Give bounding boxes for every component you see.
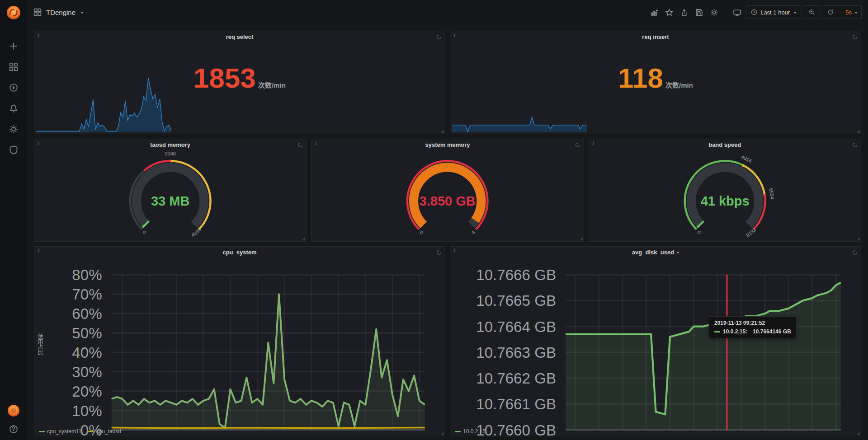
refresh-control: 5s ▾ xyxy=(823,5,862,19)
system-memory-gauge[interactable]: 043.850 GB xyxy=(311,150,583,241)
panel-band-speed: i band speed 491665540819241 kbps xyxy=(589,139,861,242)
panel-info-icon[interactable]: i xyxy=(38,32,39,38)
share-icon[interactable] xyxy=(678,6,690,19)
svg-text:50%: 50% xyxy=(72,325,102,342)
panel-header[interactable]: system memory xyxy=(311,139,583,150)
panel-header[interactable]: cpu_system xyxy=(34,247,445,257)
svg-text:0: 0 xyxy=(696,229,702,235)
user-avatar[interactable] xyxy=(7,404,20,417)
panel-loading-icon xyxy=(575,141,580,150)
chart-legend: 10.0.2.15 xyxy=(455,428,486,435)
tooltip-timestamp: 2019-11-13 09:21:52 xyxy=(714,320,791,326)
time-range-picker[interactable]: Last 1 hour ▾ xyxy=(746,5,801,19)
magnifier-minus-icon xyxy=(809,9,815,15)
svg-text:0: 0 xyxy=(142,229,147,235)
panel-title: system memory xyxy=(425,141,470,148)
svg-text:0: 0 xyxy=(419,229,425,235)
panel-header[interactable]: req insert xyxy=(450,31,861,42)
configuration-gear-icon[interactable] xyxy=(9,125,19,135)
svg-text:4: 4 xyxy=(471,229,476,235)
resize-handle[interactable] xyxy=(441,130,444,133)
band-speed-gauge[interactable]: 491665540819241 kbps xyxy=(589,150,861,241)
legend-item[interactable]: 10.0.2.15 xyxy=(455,428,486,435)
avg-disk-used-chart[interactable]: 08:5008:5509:0009:0509:1009:1509:2009:25… xyxy=(451,258,860,440)
req-select-sparkline[interactable] xyxy=(36,74,171,132)
tooltip-swatch xyxy=(714,331,720,332)
svg-text:70%: 70% xyxy=(72,286,102,303)
panel-info-icon[interactable]: i xyxy=(453,32,455,38)
panel-body: 043.850 GB xyxy=(311,150,583,241)
tooltip-value: 10.7664146 GB xyxy=(753,328,791,335)
stat-number: 1853 xyxy=(193,64,256,92)
help-icon[interactable]: ? xyxy=(9,425,19,435)
legend-label: 10.0.2.15 xyxy=(463,428,486,435)
grafana-logo-icon[interactable] xyxy=(5,5,22,21)
resize-handle[interactable] xyxy=(441,432,444,435)
refresh-icon xyxy=(827,9,834,15)
panel-taosd-memory: i taosd memory 20480409633 MB xyxy=(34,139,307,242)
panel-cpu-system: i cpu_system 使用占比 08:5008:5509:0009:0509… xyxy=(34,246,445,436)
legend-swatch xyxy=(39,431,45,432)
panel-header[interactable]: taosd memory xyxy=(34,139,306,150)
panel-header[interactable]: req select xyxy=(34,31,445,42)
cpu-system-chart[interactable]: 08:5008:5509:0009:0509:1009:1509:2009:25… xyxy=(35,258,444,440)
resize-handle[interactable] xyxy=(857,130,860,133)
svg-text:40%: 40% xyxy=(72,344,102,361)
explore-icon[interactable] xyxy=(9,83,19,93)
panel-loading-icon xyxy=(297,141,303,150)
side-menu: ? xyxy=(0,0,27,440)
save-icon[interactable] xyxy=(693,6,705,19)
zoom-out-button[interactable] xyxy=(804,5,820,19)
legend-label: cpu_taosd xyxy=(96,428,121,435)
server-admin-shield-icon[interactable] xyxy=(9,145,19,155)
panel-header[interactable]: avg_disk_used ▾ xyxy=(450,247,861,257)
svg-text:09:45: 09:45 xyxy=(817,438,855,440)
resize-handle[interactable] xyxy=(580,237,583,240)
panel-info-icon[interactable]: i xyxy=(592,140,594,146)
resize-handle[interactable] xyxy=(857,432,860,435)
panel-info-icon[interactable]: i xyxy=(38,140,39,146)
dashboards-icon[interactable] xyxy=(9,62,19,72)
star-icon[interactable] xyxy=(663,6,675,19)
y-axis-label: 使用占比 xyxy=(36,333,44,355)
tooltip-series-name: 10.0.2.15: xyxy=(723,328,747,335)
panel-body: 20480409633 MB xyxy=(34,150,306,241)
refresh-interval-label: 5s xyxy=(845,9,852,16)
panel-title: taosd memory xyxy=(150,141,190,148)
alerting-icon[interactable] xyxy=(9,104,19,114)
legend-item[interactable]: cpu_taosd xyxy=(88,428,121,435)
legend-item[interactable]: cpu_system11 xyxy=(39,428,81,435)
panel-info-icon[interactable]: i xyxy=(453,248,455,253)
req-insert-sparkline[interactable] xyxy=(452,74,587,132)
panel-body: 491665540819241 kbps xyxy=(589,150,861,241)
panel-body: 1853 次数/min xyxy=(34,42,445,134)
taosd-memory-gauge[interactable]: 20480409633 MB xyxy=(34,150,306,241)
chevron-down-icon: ▾ xyxy=(855,10,857,15)
tooltip-series-row: 10.0.2.15: 10.7664146 GB xyxy=(714,328,791,335)
dashboard-settings-gear-icon[interactable] xyxy=(708,6,720,19)
main-area: TDengine ▾ xyxy=(27,0,868,440)
add-panel-button[interactable] xyxy=(648,6,660,19)
svg-text:10.7663 GB: 10.7663 GB xyxy=(476,344,556,361)
panel-info-icon[interactable]: i xyxy=(315,140,316,146)
stat-number: 118 xyxy=(618,64,663,92)
panel-loading-icon xyxy=(436,249,442,257)
clock-icon xyxy=(751,9,757,15)
panel-avg-disk-used: i avg_disk_used ▾ 08:5008:5509:0009:0509… xyxy=(450,246,861,436)
panel-title: cpu_system xyxy=(222,249,256,256)
panel-title: band speed xyxy=(708,141,741,148)
refresh-button[interactable] xyxy=(823,6,838,19)
dashboard-title: TDengine xyxy=(46,9,75,16)
create-icon[interactable] xyxy=(9,42,19,51)
dashboard-title-menu[interactable]: TDengine ▾ xyxy=(33,8,83,16)
panel-body: 118 次数/min xyxy=(450,42,861,134)
refresh-interval-dropdown[interactable]: 5s ▾ xyxy=(841,6,861,19)
app-root: ? TDengine ▾ xyxy=(0,0,868,440)
panel-header[interactable]: band speed xyxy=(589,139,861,150)
svg-text:41 kbps: 41 kbps xyxy=(700,194,749,208)
cycle-view-monitor-icon[interactable] xyxy=(731,6,743,19)
resize-handle[interactable] xyxy=(857,237,860,240)
panel-system-memory: i system memory 043.850 GB xyxy=(311,139,584,242)
resize-handle[interactable] xyxy=(302,237,305,240)
panel-info-icon[interactable]: i xyxy=(38,248,39,253)
